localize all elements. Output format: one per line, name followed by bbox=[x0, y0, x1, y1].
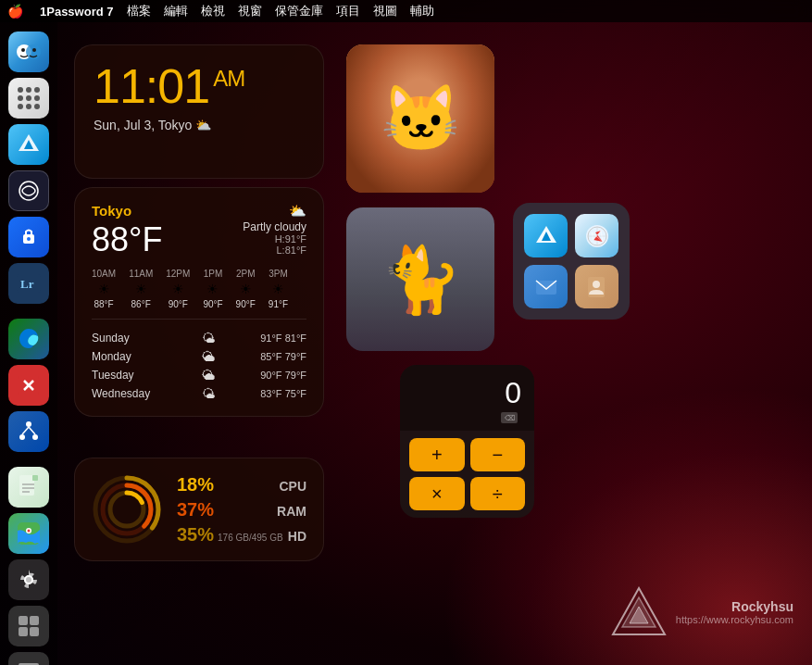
dock-launchpad[interactable] bbox=[8, 78, 49, 119]
cpu-stat: 18% CPU bbox=[177, 474, 306, 496]
ram-stat: 37% RAM bbox=[177, 499, 306, 521]
cat-image-2: 🐈 bbox=[346, 207, 494, 351]
svg-point-10 bbox=[18, 104, 23, 109]
cpu-label: CPU bbox=[279, 479, 306, 494]
daily-row-3: Wednesday 🌤 83°F 75°F bbox=[92, 386, 306, 401]
widget-stats: 18% CPU 37% RAM 35% 176 GB/495 GB HD bbox=[74, 458, 324, 561]
daily-row-0: Sunday 🌤 91°F 81°F bbox=[92, 331, 306, 345]
cpu-percent: 18% bbox=[177, 474, 214, 496]
widget-clock: 11:01AM Sun, Jul 3, Tokyo ⛅ bbox=[74, 44, 324, 179]
widget-calculator: 0 ⌫ + − × ÷ bbox=[400, 365, 534, 518]
svg-rect-36 bbox=[30, 627, 39, 636]
weather-city: Tokyo ⛅ bbox=[92, 203, 306, 219]
app-store-icon[interactable] bbox=[524, 214, 568, 257]
hourly-item-3: 1PM ☀ 90°F bbox=[203, 269, 222, 309]
weather-high: H:91°F bbox=[243, 233, 306, 245]
dock-onepassword[interactable] bbox=[8, 217, 49, 257]
dock-maps[interactable] bbox=[8, 513, 49, 554]
ram-percent: 37% bbox=[177, 499, 214, 521]
hourly-item-1: 11AM ☀ 86°F bbox=[129, 269, 153, 309]
hourly-forecast: 10AM ☀ 88°F 11AM ☀ 86°F 12PM ☀ 90°F 1PM … bbox=[92, 269, 306, 320]
svg-point-4 bbox=[18, 87, 23, 93]
weather-low: L:81°F bbox=[243, 245, 306, 256]
svg-point-9 bbox=[34, 95, 40, 101]
watermark-logo: Rockyhsu https://www.rockyhsu.com bbox=[611, 586, 793, 637]
menubar-display[interactable]: 視圖 bbox=[373, 3, 397, 19]
svg-point-31 bbox=[28, 530, 31, 533]
mail-icon[interactable] bbox=[524, 265, 568, 308]
menubar-view[interactable]: 檢視 bbox=[201, 3, 225, 19]
svg-point-2 bbox=[21, 48, 25, 52]
dock-appstore[interactable] bbox=[8, 124, 49, 165]
svg-line-22 bbox=[22, 427, 29, 434]
cat-image-1: 🐱 bbox=[346, 44, 494, 193]
weather-main: 88°F Partly cloudy H:91°F L:81°F bbox=[92, 220, 306, 259]
svg-point-8 bbox=[26, 95, 31, 101]
dock-settings[interactable] bbox=[8, 559, 49, 600]
calc-display: 0 ⌫ bbox=[400, 365, 534, 431]
svg-point-12 bbox=[34, 104, 40, 109]
clock-date: Sun, Jul 3, Tokyo ⛅ bbox=[94, 118, 305, 132]
dock-sourcetree[interactable] bbox=[8, 411, 49, 452]
weather-temperature: 88°F bbox=[92, 220, 162, 259]
hd-label: HD bbox=[288, 529, 306, 544]
dock: Lr bbox=[0, 22, 57, 665]
widget-photo-cat1: 🐱 bbox=[346, 44, 494, 193]
menubar-app-name[interactable]: 1Password 7 bbox=[40, 5, 114, 19]
dock-git[interactable] bbox=[8, 365, 49, 406]
menubar-edit[interactable]: 編輯 bbox=[164, 3, 188, 19]
watermark-triangle-logo bbox=[611, 586, 667, 637]
hourly-item-5: 3PM ☀ 91°F bbox=[269, 269, 288, 309]
widget-apps-grid bbox=[513, 203, 630, 320]
hourly-item-0: 10AM ☀ 88°F bbox=[92, 269, 116, 309]
hd-percent: 35% bbox=[177, 524, 214, 546]
daily-temps-0: 91°F 81°F bbox=[260, 332, 306, 344]
svg-point-15 bbox=[27, 237, 31, 241]
safari-icon[interactable] bbox=[575, 214, 618, 257]
calc-minus[interactable]: − bbox=[470, 438, 526, 471]
dock-widget2[interactable] bbox=[8, 652, 49, 665]
svg-point-19 bbox=[26, 421, 31, 427]
svg-text:Lr: Lr bbox=[20, 277, 34, 291]
dock-widget1[interactable] bbox=[8, 606, 49, 646]
weather-description: Partly cloudy H:91°F L:81°F bbox=[243, 220, 306, 256]
calc-backspace: ⌫ bbox=[413, 412, 521, 423]
menubar-help[interactable]: 輔助 bbox=[410, 3, 434, 19]
svg-point-3 bbox=[32, 48, 36, 52]
svg-rect-35 bbox=[19, 627, 28, 636]
clock-time-value: 11:01 bbox=[94, 59, 209, 113]
dock-finder[interactable] bbox=[8, 31, 49, 72]
svg-rect-33 bbox=[19, 616, 28, 625]
watermark: Rockyhsu https://www.rockyhsu.com bbox=[611, 586, 793, 637]
clock-display: 11:01AM bbox=[94, 62, 305, 110]
svg-point-5 bbox=[26, 87, 31, 93]
menubar-window[interactable]: 視窗 bbox=[238, 3, 262, 19]
hd-detail: 176 GB/495 GB bbox=[218, 533, 283, 543]
dock-chatgpt[interactable] bbox=[8, 170, 49, 211]
svg-line-23 bbox=[29, 427, 35, 434]
calc-divide[interactable]: ÷ bbox=[470, 477, 526, 510]
menubar-vault[interactable]: 保管金庫 bbox=[275, 3, 323, 19]
hourly-item-2: 12PM ☀ 90°F bbox=[166, 269, 190, 309]
menubar-file[interactable]: 檔案 bbox=[127, 3, 151, 19]
dock-edge[interactable] bbox=[8, 319, 49, 359]
watermark-url: https://www.rockyhsu.com bbox=[676, 614, 793, 625]
svg-rect-24 bbox=[19, 475, 34, 496]
calc-plus[interactable]: + bbox=[409, 438, 465, 471]
svg-point-6 bbox=[34, 87, 40, 93]
svg-point-21 bbox=[32, 434, 38, 440]
svg-point-54 bbox=[593, 281, 600, 288]
calc-times[interactable]: × bbox=[409, 477, 465, 510]
dock-lightroom[interactable]: Lr bbox=[8, 263, 49, 304]
svg-point-11 bbox=[26, 104, 31, 109]
menubar-item[interactable]: 項目 bbox=[336, 3, 360, 19]
dock-doc[interactable] bbox=[8, 467, 49, 508]
activity-rings bbox=[92, 474, 162, 545]
main-area: 11:01AM Sun, Jul 3, Tokyo ⛅ Tokyo ⛅ 88°F… bbox=[57, 22, 812, 665]
hd-stat: 35% 176 GB/495 GB HD bbox=[177, 524, 306, 546]
svg-point-7 bbox=[18, 95, 23, 101]
calc-buttons: + − × ÷ bbox=[400, 431, 534, 518]
apple-menu[interactable]: 🍎 bbox=[7, 4, 23, 19]
calc-number: 0 bbox=[413, 376, 521, 410]
contacts-icon[interactable] bbox=[575, 265, 618, 308]
